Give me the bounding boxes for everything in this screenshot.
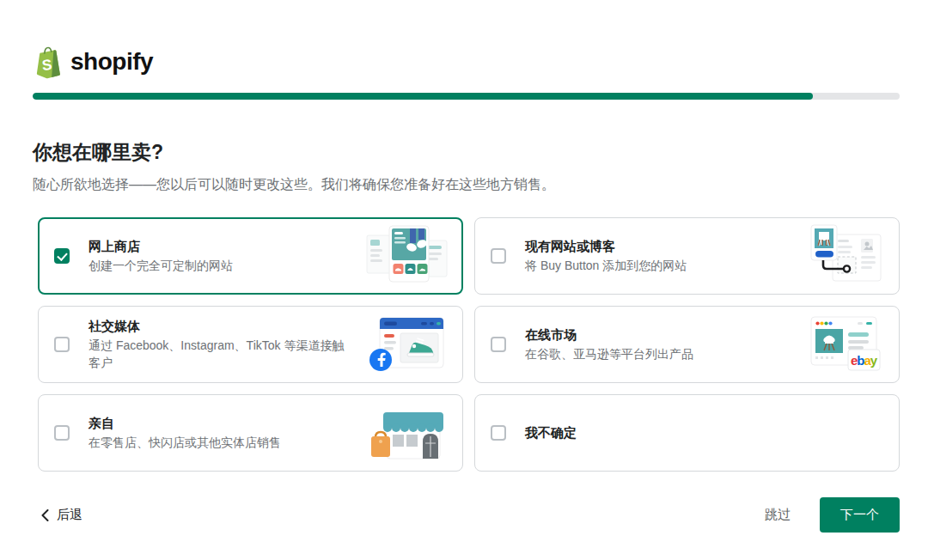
buy-button-illustration [801,222,887,290]
shopify-logo: S shopify [33,45,900,79]
shopify-bag-icon: S [33,45,64,80]
card-title: 社交媒体 [89,318,356,335]
svg-text:S: S [41,55,53,73]
card-title: 亲自 [89,415,356,432]
option-card-online-store[interactable]: 网上商店 创建一个完全可定制的网站 [38,217,463,295]
option-card-not-sure[interactable]: 我不确定 [474,394,900,472]
card-description: 创建一个完全可定制的网站 [89,257,356,274]
card-description: 通过 Facebook、Instagram、TikTok 等渠道接触客户 [89,337,356,371]
existing-website-checkbox[interactable] [491,248,506,264]
card-text: 我不确定 [525,424,887,441]
card-text: 社交媒体 通过 Facebook、Instagram、TikTok 等渠道接触客… [89,318,364,371]
online-store-illustration [364,222,450,290]
card-description: 在谷歌、亚马逊等平台列出产品 [525,345,792,362]
svg-text:ebay: ebay [851,353,878,368]
onboarding-page: S shopify 你想在哪里卖? 随心所欲地选择——您以后可以随时更改这些。我… [0,45,928,533]
card-title: 在线市场 [525,326,792,344]
chevron-left-icon [41,509,49,521]
in-person-checkbox[interactable] [54,425,70,441]
option-card-in-person[interactable]: 亲自 在零售店、快闪店或其他实体店销售 [38,394,463,472]
card-text: 网上商店 创建一个完全可定制的网站 [89,238,364,274]
footer-nav: 后退 跳过 下一个 [33,497,900,533]
card-title: 我不确定 [525,424,878,441]
card-text: 亲自 在零售店、快闪店或其他实体店销售 [89,415,364,451]
marketplaces-checkbox[interactable] [491,337,506,352]
progress-bar [33,93,900,100]
sales-channel-grid: 网上商店 创建一个完全可定制的网站 [38,217,900,472]
option-card-existing-website[interactable]: 现有网站或博客 将 Buy Button 添加到您的网站 [474,217,900,295]
online-store-checkbox[interactable] [54,248,70,264]
page-title: 你想在哪里卖? [33,139,900,166]
skip-button[interactable]: 跳过 [765,507,791,523]
next-button[interactable]: 下一个 [820,497,900,533]
option-card-social-media[interactable]: 社交媒体 通过 Facebook、Instagram、TikTok 等渠道接触客… [38,306,463,383]
shopify-wordmark: shopify [70,48,153,76]
card-title: 现有网站或博客 [525,238,792,255]
option-card-marketplaces[interactable]: 在线市场 在谷歌、亚马逊等平台列出产品 [474,306,900,383]
footer-right: 跳过 下一个 [765,497,900,533]
card-text: 现有网站或博客 将 Buy Button 添加到您的网站 [525,238,801,274]
back-label: 后退 [57,507,82,523]
card-description: 将 Buy Button 添加到您的网站 [525,257,792,274]
back-button[interactable]: 后退 [41,507,82,523]
card-description: 在零售店、快闪店或其他实体店销售 [89,434,356,451]
marketplaces-ebay-illustration: ebay [801,310,887,379]
social-media-checkbox[interactable] [54,337,70,352]
social-media-facebook-illustration [364,310,450,379]
progress-fill [33,93,813,100]
storefront-illustration [364,399,450,467]
card-text: 在线市场 在谷歌、亚马逊等平台列出产品 [525,326,801,362]
not-sure-checkbox[interactable] [491,425,506,441]
card-title: 网上商店 [89,238,356,255]
page-subtitle: 随心所欲地选择——您以后可以随时更改这些。我们将确保您准备好在这些地方销售。 [33,176,900,194]
